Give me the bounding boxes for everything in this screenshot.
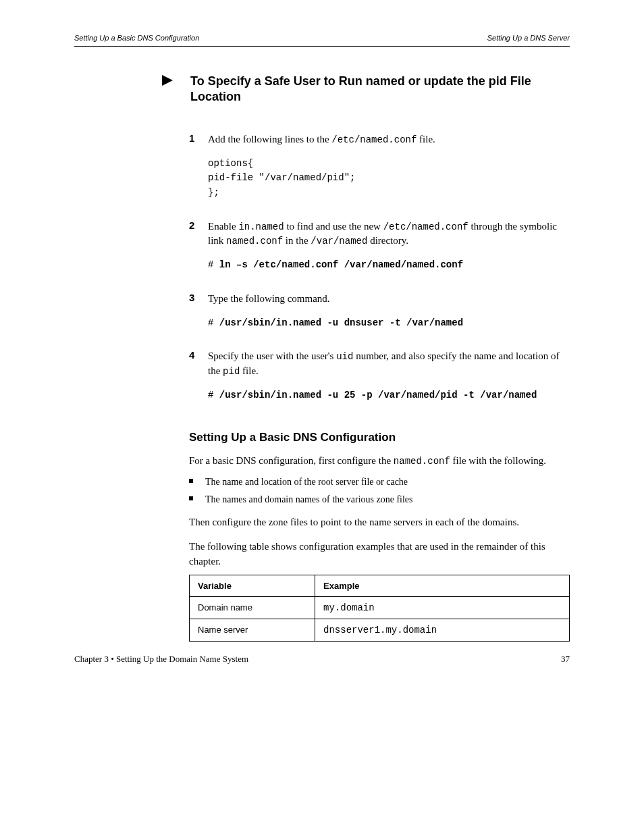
step-number: 4	[189, 349, 208, 412]
step-number: 2	[189, 219, 208, 282]
step-4: 4 Specify the user with the user's uid n…	[189, 349, 570, 412]
section-heading: Setting Up a Basic DNS Configuration	[189, 431, 570, 444]
table-header-row: Variable Example	[190, 575, 570, 596]
inline-code: uid	[336, 351, 353, 362]
table-row: Name server dnsserver1.my.domain	[190, 619, 570, 641]
table-cell: Name server	[190, 619, 315, 641]
step-text: Specify the user with the user's uid num…	[208, 350, 560, 376]
step-number: 1	[189, 132, 208, 210]
step-1: 1 Add the following lines to the /etc/na…	[189, 132, 570, 210]
list-item: The name and location of the root server…	[189, 475, 570, 489]
command-line: # /usr/sbin/in.named -u 25 -p /var/named…	[208, 388, 570, 403]
footer-page-number: 37	[561, 654, 570, 664]
step-2: 2 Enable in.named to find and use the ne…	[189, 219, 570, 282]
table-header: Variable	[190, 575, 315, 596]
inline-code: /var/named	[311, 236, 367, 246]
table-header: Example	[315, 575, 570, 596]
inline-code: /etc/named.conf	[383, 221, 468, 232]
section-paragraph: For a basic DNS configuration, first con…	[189, 454, 570, 469]
footer-left: Chapter 3 • Setting Up the Domain Name S…	[74, 654, 248, 664]
header-left: Setting Up a Basic DNS Configuration	[74, 34, 199, 42]
inline-code: pid	[223, 366, 240, 377]
section-paragraph: Then configure the zone files to point t…	[189, 515, 570, 530]
page-footer: Chapter 3 • Setting Up the Domain Name S…	[74, 654, 570, 664]
play-icon	[162, 75, 173, 86]
bullet-list: The name and location of the root server…	[189, 475, 570, 506]
code-block: options{ pid-file "/var/named/pid"; };	[208, 157, 570, 201]
content-body: 1 Add the following lines to the /etc/na…	[189, 132, 570, 642]
step-text: Type the following command.	[208, 293, 330, 304]
step-text: Enable in.named to find and use the new …	[208, 221, 557, 246]
inline-code: named.conf	[394, 456, 450, 467]
table-cell: Domain name	[190, 596, 315, 619]
table-cell: dnsserver1.my.domain	[315, 619, 570, 641]
step-number: 3	[189, 292, 208, 340]
page-header: Setting Up a Basic DNS Configuration Set…	[74, 34, 570, 47]
header-right: Setting Up a DNS Server	[487, 34, 570, 42]
list-item: The names and domain names of the variou…	[189, 493, 570, 506]
square-bullet-icon	[189, 479, 193, 483]
table-caption: The following table shows configuration …	[189, 540, 570, 569]
inline-code: /etc/named.conf	[331, 134, 417, 145]
step-3: 3 Type the following command. # /usr/sbi…	[189, 292, 570, 340]
table-row: Domain name my.domain	[190, 596, 570, 619]
inline-code: in.named	[238, 221, 284, 232]
command-line: # ln –s /etc/named.conf /var/named/named…	[208, 258, 570, 273]
square-bullet-icon	[189, 496, 193, 500]
command-line: # /usr/sbin/in.named -u dnsuser -t /var/…	[208, 316, 570, 331]
svg-marker-0	[162, 75, 173, 86]
procedure-heading-row: To Specify a Safe User to Run named or u…	[74, 74, 570, 105]
procedure-title: To Specify a Safe User to Run named or u…	[190, 74, 570, 105]
inline-code: named.conf	[226, 236, 283, 246]
config-examples-table: Variable Example Domain name my.domain N…	[189, 575, 570, 642]
step-text: Add the following lines to the /etc/name…	[208, 134, 435, 145]
table-cell: my.domain	[315, 596, 570, 619]
